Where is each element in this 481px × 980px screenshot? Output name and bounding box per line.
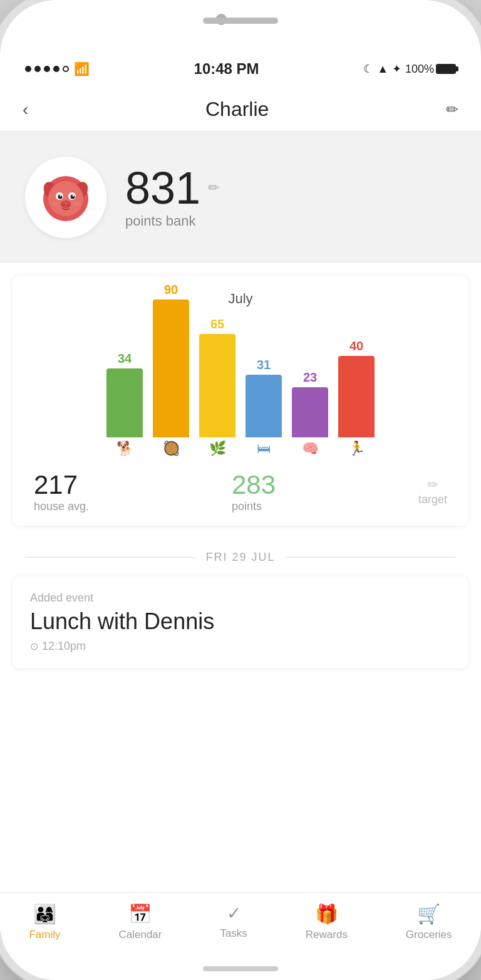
divider-line-right [286,557,456,558]
points-label: points bank [125,213,219,229]
battery-percent: 100% [405,63,434,76]
location-icon: ▲ [377,63,388,76]
date-label: FRI 29 JUL [205,551,275,564]
tab-rewards[interactable]: 🎁 Rewards [306,903,348,941]
signal-dot-1 [25,66,31,72]
signal-dots [25,66,69,72]
clock-icon: ⊙ [30,640,38,652]
back-button[interactable]: ‹ [23,100,28,120]
signal-dot-2 [34,66,41,72]
svg-point-3 [48,181,83,216]
target-block[interactable]: ✏ target [418,477,447,506]
battery-block: 100% [405,63,456,76]
tab-groceries[interactable]: 🛒 Groceries [406,903,452,941]
tasks-icon: ✓ [227,903,241,924]
status-time: 10:48 PM [194,60,259,78]
bar-rect [199,334,235,437]
bluetooth-icon: ✦ [392,62,401,76]
target-edit-icon[interactable]: ✏ [427,477,438,493]
bar-icon: 🧠 [302,440,319,457]
avatar [25,157,106,238]
bar-icon: 🛏 [257,440,271,457]
phone-speaker [203,18,278,24]
bar-value: 31 [257,358,271,372]
page-title: Charlie [205,98,269,121]
tab-tasks[interactable]: ✓ Tasks [220,903,247,940]
bar-value: 23 [303,370,317,385]
house-avg-block: 217 house avg. [34,470,89,513]
nav-header: ‹ Charlie ✏ [0,88,481,132]
battery-fill [437,65,455,73]
event-type: Added event [30,592,451,605]
calendar-icon: 📅 [128,903,152,925]
tab-rewards-label: Rewards [306,929,348,941]
divider-line-left [25,557,195,558]
bar-icon: 🏃 [348,440,365,457]
bar-column: 34🐕 [106,352,143,457]
points-number: 831 [125,165,200,211]
event-time: ⊙ 12:10pm [30,640,451,653]
tab-tasks-label: Tasks [220,927,247,940]
points-total-label: points [232,500,276,513]
chart-area: 34🐕90🥘65🌿31🛏23🧠40🏃 [28,320,453,457]
tab-groceries-label: Groceries [406,929,452,941]
bar-value: 90 [164,283,178,297]
svg-point-13 [67,204,69,206]
status-bar: 📶 10:48 PM ☾ ▲ ✦ 100% [0,50,481,88]
target-label: target [418,493,447,506]
bar-column: 23🧠 [292,370,328,457]
edit-button[interactable]: ✏ [446,101,458,118]
chart-month: July [28,291,453,307]
bar-rect [292,387,328,437]
svg-point-8 [60,195,62,197]
tab-calendar-label: Calendar [118,929,162,941]
svg-point-15 [73,202,80,206]
svg-point-11 [62,202,70,207]
status-left: 📶 [25,61,90,76]
bar-column: 40🏃 [338,339,375,457]
bar-column: 90🥘 [153,283,189,457]
house-avg-label: house avg. [34,500,89,513]
tab-family-label: Family [29,929,60,941]
bar-rect [246,375,282,437]
event-time-value: 12:10pm [42,640,86,653]
points-total: 283 [232,470,276,500]
points-row: 831 ✏ [125,165,219,211]
bar-rect [338,356,375,437]
profile-section: 831 ✏ points bank [0,132,481,263]
bar-column: 31🛏 [246,358,282,457]
chart-stats: 217 house avg. 283 points ✏ target [28,470,453,513]
bar-rect [153,300,189,437]
groceries-icon: 🛒 [417,903,440,925]
event-card: Added event Lunch with Dennis ⊙ 12:10pm [13,576,468,668]
svg-point-14 [52,202,58,206]
chart-card: July 34🐕90🥘65🌿31🛏23🧠40🏃 217 house avg. 2… [13,276,468,526]
moon-icon: ☾ [363,62,373,76]
phone-frame: 📶 10:48 PM ☾ ▲ ✦ 100% ‹ Charlie ✏ [0,0,481,980]
svg-point-12 [63,204,65,206]
signal-dot-4 [53,66,59,72]
house-avg-number: 217 [34,470,89,500]
rewards-icon: 🎁 [315,903,338,925]
bar-rect [106,368,143,437]
battery-icon [436,64,456,74]
points-info: 831 ✏ points bank [125,165,219,229]
bar-value: 40 [349,339,363,353]
bar-column: 65🌿 [199,317,235,457]
bar-icon: 🌿 [209,440,226,457]
signal-dot-5 [63,66,69,72]
family-icon: 👨‍👩‍👧 [33,903,56,925]
event-title: Lunch with Dennis [30,608,451,635]
bar-value: 65 [210,317,224,331]
tab-family[interactable]: 👨‍👩‍👧 Family [29,903,60,941]
home-indicator [203,966,278,971]
signal-dot-3 [44,66,50,72]
bar-value: 34 [118,352,132,366]
svg-point-9 [73,195,75,197]
tab-calendar[interactable]: 📅 Calendar [118,903,162,941]
dog-avatar-svg [34,166,97,229]
bar-icon: 🐕 [116,440,133,457]
wifi-icon: 📶 [74,61,90,76]
bar-icon: 🥘 [163,440,180,457]
points-edit-icon[interactable]: ✏ [208,180,219,196]
